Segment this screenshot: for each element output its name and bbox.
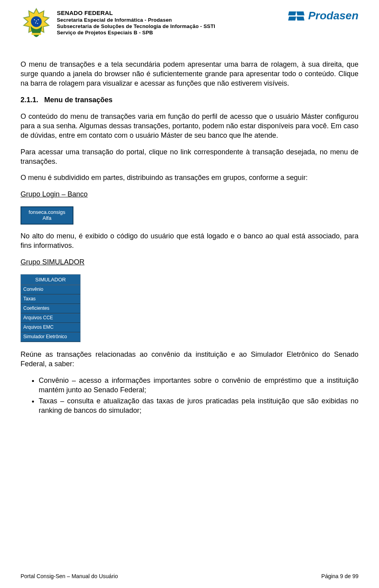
menu-login-preview: fonseca.consigs Alfa	[21, 206, 73, 225]
svg-point-5	[38, 19, 39, 20]
brazil-coat-of-arms-icon	[21, 7, 52, 39]
menu-sim-item: Taxas	[21, 294, 80, 304]
menu-sim-item: Arquivos EMC	[21, 323, 80, 332]
paragraph-5: No alto do menu, é exibido o código do u…	[21, 232, 358, 251]
menu-login-user: fonseca.consigs	[28, 210, 65, 215]
svg-point-7	[37, 23, 38, 24]
menu-sim-item: Arquivos CCE	[21, 313, 80, 323]
section-number: 2.1.1.	[21, 96, 38, 105]
svg-point-4	[34, 19, 35, 20]
paragraph-4: O menu é subdividido em partes, distribu…	[21, 173, 358, 183]
menu-sim-item: Simulador Eletrônico	[21, 332, 80, 342]
menu-sim-header: SIMULADOR	[21, 275, 80, 285]
paragraph-2: O conteúdo do menu de transações varia e…	[21, 112, 358, 140]
paragraph-6: Reúne as transações relacionadas ao conv…	[21, 350, 358, 369]
prodasen-logo: Prodasen	[287, 7, 358, 24]
bullet-list: Convênio – acesso a informações importan…	[39, 376, 358, 416]
section-heading: 2.1.1. Menu de transações	[21, 96, 358, 105]
page-header: SENADO FEDERAL Secretaria Especial de In…	[21, 7, 358, 39]
group-sim-heading: Grupo SIMULADOR	[21, 258, 358, 267]
menu-login-bank: Alfa	[43, 215, 51, 221]
bullet-item: Taxas – consulta e atualização das taxas…	[39, 397, 358, 416]
group-login-heading: Grupo Login – Banco	[21, 190, 358, 199]
menu-sim-preview: SIMULADOR Convênio Taxas Coeficientes Ar…	[21, 274, 81, 342]
page-footer: Portal Consig-Sen – Manual do Usuário Pá…	[21, 573, 358, 579]
svg-point-6	[35, 22, 36, 23]
prodasen-name: Prodasen	[308, 9, 358, 22]
section-title: Menu de transações	[44, 96, 113, 104]
document-body: O menu de transações e a tela secundária…	[21, 60, 358, 416]
prodasen-glyph-icon	[287, 7, 306, 24]
menu-sim-item: Convênio	[21, 285, 80, 294]
page: SENADO FEDERAL Secretaria Especial de In…	[0, 0, 379, 588]
paragraph-3: Para acessar uma transação do portal, cl…	[21, 148, 358, 167]
menu-sim-item: Coeficientes	[21, 304, 80, 313]
svg-rect-9	[32, 33, 41, 35]
bullet-item: Convênio – acesso a informações importan…	[39, 376, 358, 395]
paragraph-intro: O menu de transações e a tela secundária…	[21, 60, 358, 88]
footer-left: Portal Consig-Sen – Manual do Usuário	[21, 573, 118, 579]
header-line-3: Serviço de Projetos Especiais B - SPB	[57, 30, 358, 36]
footer-right: Página 9 de 99	[321, 573, 358, 579]
svg-point-8	[36, 21, 37, 21]
